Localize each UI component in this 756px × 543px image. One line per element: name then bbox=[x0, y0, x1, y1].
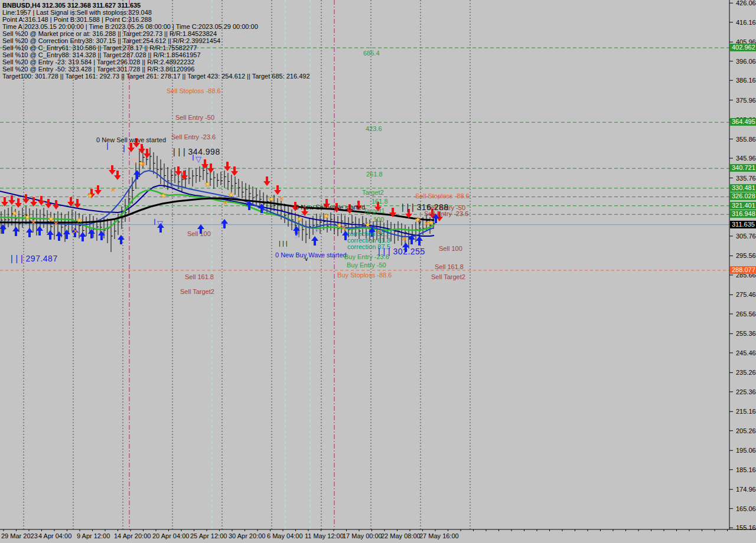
level-price-badge: 288.077 bbox=[730, 266, 756, 274]
cross-icon: × bbox=[141, 160, 146, 168]
time-tick-label: 17 May 00:00 bbox=[343, 532, 382, 539]
chart-annotation-label: Sell Target2 bbox=[431, 273, 465, 280]
buy-signal-arrow-icon bbox=[63, 230, 70, 239]
check-mark-icon: ∨ bbox=[418, 219, 422, 225]
chart-annotation-label: Sell Entry -23.6 bbox=[171, 133, 216, 140]
buy-signal-arrow-icon bbox=[26, 228, 33, 237]
chart-annotation-label: | | | bbox=[279, 240, 288, 247]
price-tick-label: 396.060 bbox=[736, 58, 756, 65]
price-tick-label: 375.960 bbox=[736, 97, 756, 104]
chart-annotation-label: 0 New Buy Wave started bbox=[275, 251, 347, 259]
chart-annotation-label: Target2 bbox=[362, 189, 384, 196]
sell-signal-arrow-icon bbox=[128, 143, 135, 152]
sell-signal-arrow-icon bbox=[94, 185, 102, 195]
price-tick-label: 185.160 bbox=[736, 466, 756, 473]
chart-annotation-label: Buy Stoploss -88.6 bbox=[337, 272, 392, 279]
buy-signal-arrow-icon bbox=[221, 219, 228, 228]
price-tick-label: 335.760 bbox=[736, 175, 756, 182]
price-tick-label: 355.860 bbox=[736, 136, 756, 143]
chart-annotation-label: 161.8 bbox=[372, 198, 388, 205]
sell-signal-arrow-icon bbox=[1, 197, 8, 207]
chart-annotation-label: | | | 316.288 bbox=[402, 204, 449, 211]
price-tick-label: 255.360 bbox=[736, 330, 756, 337]
level-price-badge: 330.481 bbox=[730, 184, 756, 192]
ea-status-line: Point A:316.148 | Point B:301.588 | Poin… bbox=[2, 16, 310, 23]
buy-signal-arrow-icon bbox=[118, 235, 125, 244]
chart-annotation-label: Sell 100 bbox=[187, 230, 211, 237]
sell-signal-arrow-icon bbox=[114, 171, 121, 180]
sell-signal-arrow-icon bbox=[15, 198, 22, 208]
chart-annotation-label: Sell 100 bbox=[439, 245, 462, 252]
price-tick-label: 265.560 bbox=[736, 310, 756, 318]
ea-status-line: Sell %20 @ Correction Entry38: 307.15 ||… bbox=[2, 37, 310, 44]
chart-annotation-label: Sell 161.8 bbox=[435, 263, 464, 270]
hollow-down-arrow-icon: ▽ bbox=[157, 219, 163, 228]
sell-signal-arrow-icon bbox=[74, 199, 81, 208]
price-tick-label: 426.060 bbox=[736, 0, 756, 6]
price-tick-label: 295.560 bbox=[736, 252, 756, 259]
price-tick-label: 245.460 bbox=[736, 349, 756, 356]
level-price-badge: 364.495 bbox=[730, 118, 756, 126]
chart-annotation-label: Sell Stoploss -88.6 bbox=[415, 192, 470, 199]
level-price-badge: 321.401 bbox=[730, 202, 756, 210]
time-tick-label: 20 Apr 04:00 bbox=[152, 532, 189, 539]
cross-icon: × bbox=[31, 218, 36, 226]
hollow-down-arrow-pink-icon: ▽ bbox=[132, 157, 138, 166]
cross-icon: × bbox=[110, 186, 116, 194]
price-tick-label: 225.360 bbox=[736, 388, 756, 395]
star-icon: ★ bbox=[76, 216, 83, 224]
buy-signal-arrow-icon bbox=[12, 227, 19, 236]
level-price-badge: 326.028 bbox=[730, 192, 756, 200]
sell-signal-arrow-icon bbox=[109, 165, 116, 175]
star-icon: ★ bbox=[296, 215, 303, 223]
time-tick-label: 29 Mar 2023 bbox=[1, 532, 38, 539]
star-icon: ★ bbox=[24, 213, 31, 221]
cross-icon: × bbox=[424, 220, 429, 227]
buy-signal-arrow-icon bbox=[79, 232, 86, 241]
sell-signal-arrow-icon bbox=[144, 149, 151, 158]
cross-icon: × bbox=[73, 227, 78, 235]
price-tick-label: 155.160 bbox=[736, 524, 756, 531]
sell-signal-arrow-icon bbox=[274, 185, 281, 195]
price-tick-label: 345.960 bbox=[736, 155, 756, 162]
ea-status-line: Sell %10 @ C_Entry61: 310.586 || Target:… bbox=[2, 44, 310, 51]
chart-annotation-label: Sell Stoploss -88.6 bbox=[167, 87, 221, 94]
time-tick-label: 27 May 16:00 bbox=[419, 532, 459, 539]
buy-signal-arrow-icon bbox=[47, 230, 54, 240]
sell-signal-arrow-icon bbox=[53, 200, 60, 210]
ea-status-line: Sell %20 @ Entry -23: 319.584 | Target:2… bbox=[2, 58, 310, 66]
level-price-badge: 340.721 bbox=[730, 164, 756, 172]
level-price-badge: 316.948 bbox=[730, 210, 756, 218]
buy-signal-arrow-icon bbox=[311, 236, 318, 246]
time-tick-label: 9 Apr 12:00 bbox=[77, 532, 110, 539]
star-icon: ★ bbox=[268, 195, 275, 203]
star-icon: ★ bbox=[11, 209, 18, 217]
sell-signal-arrow-icon bbox=[231, 166, 238, 176]
ea-status-line: Target100: 301.728 || Target 161: 292.73… bbox=[2, 73, 310, 80]
mt4-chart-window: ★★★★★★★★★★★★★★★★×××××××××××▽▽▽▽⇗⇗∨∨ BNBU… bbox=[0, 0, 756, 543]
chart-annotation-label: Sell Target2 bbox=[180, 288, 214, 295]
price-tick-label: 215.160 bbox=[736, 408, 756, 415]
price-tick-label: 416.160 bbox=[736, 19, 756, 26]
time-tick-label: 4 Apr 04:00 bbox=[38, 532, 71, 539]
sell-signal-arrow-icon bbox=[263, 176, 271, 186]
chart-annotation-label: Sell Entry -50 bbox=[175, 114, 214, 121]
price-tick-label: 174.960 bbox=[736, 486, 756, 493]
time-tick-label: 14 Apr 20:00 bbox=[114, 532, 151, 539]
level-price-badge: 402.962 bbox=[730, 44, 756, 51]
price-tick-label: 305.760 bbox=[736, 233, 756, 240]
chart-annotation-label: 0 New Sell wave started bbox=[295, 204, 365, 211]
price-tick-label: 235.260 bbox=[736, 369, 756, 376]
ea-status-line: Line:1957 | Last Signal is:Sell with sto… bbox=[2, 9, 310, 16]
ea-status-line: Sell %10 @ C_Entry88: 314.328 || Target:… bbox=[2, 51, 310, 58]
sell-signal-arrow-icon bbox=[201, 159, 208, 169]
time-tick-label: 6 May 04:00 bbox=[267, 532, 303, 539]
cross-icon: × bbox=[279, 195, 284, 202]
price-tick-label: 386.160 bbox=[736, 77, 756, 84]
star-icon: ★ bbox=[87, 191, 93, 199]
time-tick-label: 22 May 08:00 bbox=[381, 532, 421, 539]
chart-annotation-label: | | | 297.487 bbox=[11, 255, 58, 262]
chart-header-info: BNBUSD,H4 312.305 312.368 311.627 311.63… bbox=[2, 2, 310, 80]
price-tick-label: 195.060 bbox=[736, 447, 756, 454]
sell-signal-arrow-icon bbox=[175, 166, 182, 176]
